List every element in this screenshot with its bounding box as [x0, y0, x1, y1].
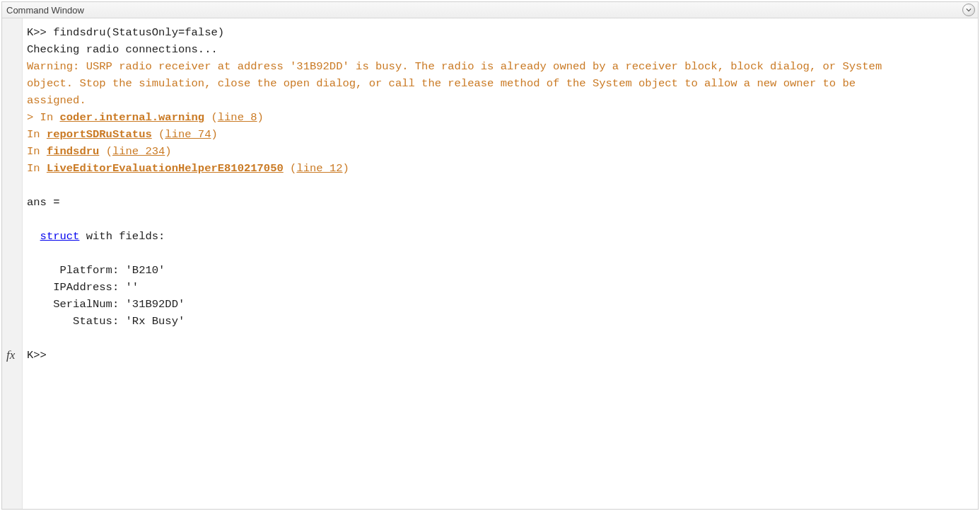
entered-command: findsdru(StatusOnly=false) [47, 26, 224, 39]
command-window-title: Command Window [6, 5, 84, 16]
trace-function-link[interactable]: coder.internal.warning [60, 111, 205, 124]
struct-field: IPAddress: '' [27, 281, 139, 294]
trace-prefix: In [27, 128, 47, 141]
command-window-body: fx K>> findsdru(StatusOnly=false) Checki… [2, 18, 978, 509]
command-window-panel: Command Window fx K>> findsdru(StatusOnl… [1, 1, 979, 510]
fx-browser-button[interactable]: fx [6, 348, 15, 362]
struct-field: Status: 'Rx Busy' [27, 315, 185, 328]
trace-line-link[interactable]: line 8 [218, 111, 257, 124]
struct-field: SerialNum: '31B92DD' [27, 298, 185, 311]
prompt: K>> [27, 26, 47, 39]
command-window-gutter: fx [2, 18, 23, 509]
trace-line-link[interactable]: line 74 [165, 128, 211, 141]
chevron-down-icon [966, 7, 972, 13]
trace-line-link[interactable]: line 12 [296, 162, 342, 175]
trace-prefix: In [27, 145, 47, 158]
struct-field: Platform: 'B210' [27, 264, 165, 277]
struct-link[interactable]: struct [40, 230, 80, 243]
warning-text: assigned. [27, 94, 93, 107]
warning-text: Warning: USRP radio receiver at address … [27, 60, 882, 73]
status-line: Checking radio connections... [27, 43, 218, 56]
command-window-content[interactable]: K>> findsdru(StatusOnly=false) Checking … [23, 18, 978, 509]
prompt: K>> [27, 349, 53, 362]
ans-label: ans = [27, 196, 60, 209]
warning-text: object. Stop the simulation, close the o… [27, 77, 856, 90]
trace-prefix: In [27, 162, 47, 175]
struct-text: with fields: [79, 230, 165, 243]
trace-function-link[interactable]: reportSDRuStatus [47, 128, 152, 141]
trace-line-link[interactable]: line 234 [112, 145, 165, 158]
trace-prefix: > In [27, 111, 60, 124]
panel-menu-button[interactable] [962, 4, 975, 16]
trace-function-link[interactable]: LiveEditorEvaluationHelperE810217050 [47, 162, 284, 175]
trace-function-link[interactable]: findsdru [47, 145, 99, 158]
command-window-titlebar: Command Window [2, 2, 978, 18]
